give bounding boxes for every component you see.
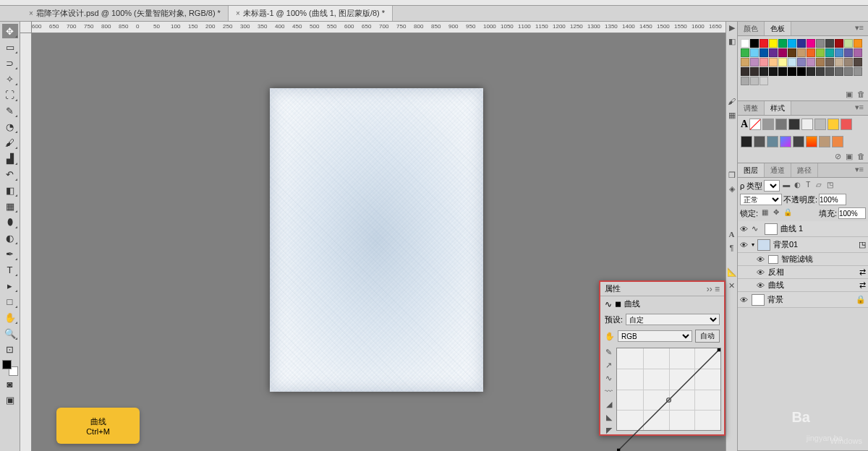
swatch[interactable] xyxy=(788,39,796,48)
paths-tab[interactable]: 路径 xyxy=(791,163,818,177)
visibility-icon[interactable]: 👁 xyxy=(740,241,749,249)
swatch[interactable] xyxy=(760,48,768,57)
lock-position-icon[interactable]: ✥ xyxy=(771,208,781,218)
delete-style-icon[interactable]: 🗑 xyxy=(857,152,865,161)
layer-background[interactable]: 👁 背景 🔒 xyxy=(738,292,868,308)
zoom-tool[interactable]: 🔍 xyxy=(2,326,18,340)
layers-tab[interactable]: 图层 xyxy=(738,163,765,177)
tab-close-2[interactable]: × xyxy=(236,9,240,17)
swatch[interactable] xyxy=(797,39,806,48)
dock-3d-icon[interactable]: ❒ xyxy=(726,171,737,181)
style-preset-1[interactable] xyxy=(762,119,774,130)
eraser-tool[interactable]: ◧ xyxy=(2,183,18,197)
layer-mask-thumb[interactable] xyxy=(765,223,778,235)
swatch[interactable] xyxy=(854,48,862,57)
swatch[interactable] xyxy=(778,58,787,66)
color-panel-menu-icon[interactable]: ▾≡ xyxy=(851,22,868,35)
style-preset-3[interactable] xyxy=(788,119,800,130)
dock-type-icon[interactable]: A xyxy=(726,230,737,241)
dock-layers-icon[interactable]: ◈ xyxy=(726,184,737,195)
style-preset-13[interactable] xyxy=(806,136,817,147)
curve-eyedropper-black[interactable]: ◢ xyxy=(603,400,614,411)
opacity-input[interactable] xyxy=(819,194,846,205)
swatch[interactable] xyxy=(760,77,768,85)
layer-thumb[interactable] xyxy=(752,294,765,306)
eyedropper-tool[interactable]: ✎ xyxy=(2,103,18,118)
history-brush-tool[interactable]: ↶ xyxy=(2,167,18,181)
channel-icon[interactable]: ✋ xyxy=(605,332,615,341)
swatch[interactable] xyxy=(844,39,853,48)
layer-thumb[interactable] xyxy=(757,239,770,251)
swatch[interactable] xyxy=(769,48,778,57)
layer-smart-filters[interactable]: 👁 智能滤镜 xyxy=(738,253,868,266)
swatches-tab[interactable]: 色板 xyxy=(765,22,791,35)
swatch[interactable] xyxy=(769,58,778,66)
swatch[interactable] xyxy=(741,67,749,76)
swatch[interactable] xyxy=(760,39,768,48)
swatch[interactable] xyxy=(816,58,825,66)
swatch[interactable] xyxy=(750,48,759,57)
properties-header[interactable]: 属性 ›› ≡ xyxy=(600,282,724,296)
screenmode-toggle[interactable]: ▣ xyxy=(2,392,18,407)
swatch[interactable] xyxy=(816,39,825,48)
style-preset-9[interactable] xyxy=(754,136,765,147)
lasso-tool[interactable]: ⊃ xyxy=(2,56,18,70)
auto-button[interactable]: 自动 xyxy=(695,330,720,343)
filter-shape-icon[interactable]: ▱ xyxy=(814,181,824,191)
styles-panel-menu-icon[interactable]: ▾≡ xyxy=(851,101,868,115)
swatch[interactable] xyxy=(854,58,862,66)
doc-tab-1[interactable]: × 霜降字体设计.psd @ 100% (矢量智能对象, RGB/8) * xyxy=(22,6,229,21)
magic-wand-tool[interactable]: ✧ xyxy=(2,72,18,86)
dock-measure-icon[interactable]: 📐 xyxy=(726,267,737,278)
curve-point-tool[interactable]: ↗ xyxy=(603,361,614,371)
filter-kind-select[interactable] xyxy=(764,180,780,192)
style-preset-6[interactable] xyxy=(827,119,839,130)
swatch[interactable] xyxy=(769,39,778,48)
gradient-tool[interactable]: ▦ xyxy=(2,199,18,213)
swatch[interactable] xyxy=(807,48,815,57)
dock-arrow-icon[interactable]: ▶ xyxy=(726,23,737,34)
layer-bg01[interactable]: 👁 ▾ 背景01 ◳ xyxy=(738,237,868,253)
swatch[interactable] xyxy=(750,67,759,76)
swatch[interactable] xyxy=(778,39,787,48)
quickmask-toggle[interactable]: ◙ xyxy=(2,377,18,391)
styles-tab[interactable]: 样式 xyxy=(765,101,791,115)
horizontal-ruler[interactable]: 6006507007508008500501001502002503003504… xyxy=(32,22,726,33)
swatch[interactable] xyxy=(797,48,806,57)
style-preset-12[interactable] xyxy=(793,136,804,147)
filter-options-icon[interactable]: ⇄ xyxy=(859,267,866,277)
swatch[interactable] xyxy=(797,58,806,66)
style-preset-7[interactable] xyxy=(841,119,852,130)
properties-collapse-icon[interactable]: ›› ≡ xyxy=(707,284,720,294)
swatch[interactable] xyxy=(788,67,796,76)
lock-all-icon[interactable]: 🔒 xyxy=(783,208,793,218)
foreground-color-swatch[interactable] xyxy=(2,360,12,369)
delete-swatch-icon[interactable]: 🗑 xyxy=(857,90,865,99)
color-swatches[interactable] xyxy=(2,360,18,376)
fill-input[interactable] xyxy=(838,207,866,219)
swatch[interactable] xyxy=(778,67,787,76)
dock-brushset-icon[interactable]: ▦ xyxy=(726,111,737,121)
swatch[interactable] xyxy=(835,39,843,48)
swatch[interactable] xyxy=(835,48,843,57)
lock-pixels-icon[interactable]: ▦ xyxy=(760,208,770,218)
filter-mask-thumb[interactable] xyxy=(768,255,778,264)
move-tool[interactable]: ✥ xyxy=(2,24,18,38)
curve-eyedropper-gray[interactable]: ◣ xyxy=(603,413,614,424)
dodge-tool[interactable]: ◐ xyxy=(2,231,18,245)
curve-eyedropper-white[interactable]: ◤ xyxy=(603,426,614,437)
swatch[interactable] xyxy=(769,67,778,76)
style-preset-2[interactable] xyxy=(775,119,787,130)
swatch[interactable] xyxy=(750,39,759,48)
layer-curves-filter[interactable]: 👁 曲线 ⇄ xyxy=(738,279,868,292)
swatch[interactable] xyxy=(750,77,759,85)
vertical-ruler[interactable] xyxy=(20,33,32,451)
new-style-icon[interactable]: ▣ xyxy=(846,152,853,161)
swatch[interactable] xyxy=(825,48,834,57)
style-preset-5[interactable] xyxy=(814,119,826,130)
swatch[interactable] xyxy=(825,39,834,48)
style-preset-10[interactable] xyxy=(767,136,778,147)
document-canvas[interactable] xyxy=(270,88,483,392)
swatch[interactable] xyxy=(835,67,843,76)
swatch[interactable] xyxy=(835,58,843,66)
